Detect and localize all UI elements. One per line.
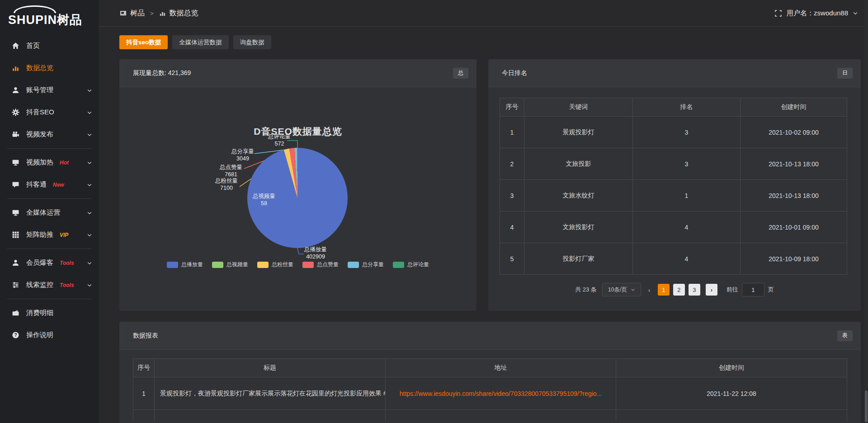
report-time-cell: 2021-11-22 12:08 (616, 377, 847, 410)
ranking-column-header: 排名 (633, 98, 741, 117)
tab-inquiry[interactable]: 询盘数据 (233, 35, 271, 49)
sidebar-item-clue-monitor[interactable]: 线索监控Tools (0, 274, 99, 296)
fullscreen-icon[interactable] (774, 9, 782, 17)
table-row-partial (133, 410, 847, 421)
legend-item-总播放量[interactable]: 总播放量 (167, 261, 203, 268)
table-cell: 景观投影灯 (524, 117, 633, 148)
gear-icon (12, 108, 19, 116)
scrollbar-thumb[interactable] (865, 390, 868, 422)
wallet-icon (12, 309, 19, 317)
breadcrumb-root[interactable]: 树品 (130, 9, 145, 18)
table-row: 5投影灯厂家42021-10-09 18:00 (500, 243, 847, 275)
breadcrumb-separator: > (150, 10, 154, 17)
report-card-title: 数据报表 (133, 332, 158, 340)
sidebar-item-matrix-boost[interactable]: 矩阵助推VIP (0, 224, 99, 246)
sidebar-item-label: 消费明细 (26, 309, 53, 317)
table-cell: 文旅投影灯 (524, 212, 633, 243)
next-page-button[interactable]: › (706, 284, 717, 296)
chevron-down-icon (87, 160, 92, 165)
table-view-button[interactable]: 表 (837, 330, 853, 341)
legend-swatch (167, 262, 178, 268)
table-cell: 投影灯厂家 (524, 243, 633, 275)
sidebar-item-data-overview[interactable]: 数据总览 (0, 57, 99, 79)
pie-label-name: 总视频量 (253, 193, 275, 200)
sidebar-item-consume-detail[interactable]: 消费明细 (0, 302, 99, 324)
sidebar-item-home[interactable]: 首页 (0, 35, 99, 57)
legend-label: 总评论量 (407, 261, 429, 268)
ranking-column-header: 关键词 (524, 98, 633, 117)
pie-label-总播放量: 总播放量402909 (304, 246, 327, 260)
tab-douyin-seo[interactable]: 抖音seo数据 (119, 35, 168, 49)
sidebar-item-badge: VIP (60, 232, 68, 238)
sidebar-divider (7, 198, 91, 199)
legend-item-总粉丝量[interactable]: 总粉丝量 (257, 261, 293, 268)
pie-label-value: 402909 (304, 253, 327, 260)
page-size-select[interactable]: 10条/页 (602, 283, 641, 296)
legend-label: 总分享量 (362, 261, 384, 268)
chevron-down-icon[interactable] (853, 10, 858, 16)
sidebar-item-label: 全媒体运营 (26, 208, 60, 217)
data-tabs: 抖音seo数据全媒体运营数据询盘数据 (119, 35, 271, 49)
pie-label-总视频量: 总视频量58 (253, 193, 275, 207)
legend-item-总分享量[interactable]: 总分享量 (348, 261, 384, 268)
monitor-icon (12, 209, 19, 216)
legend-swatch (257, 262, 269, 268)
report-column-header: 地址 (386, 359, 616, 377)
chat-icon (12, 181, 19, 188)
page-button-3[interactable]: 3 (689, 284, 700, 296)
table-cell: 2021-10-13 18:00 (741, 180, 847, 212)
sidebar-divider (7, 148, 91, 149)
report-column-header: 标题 (155, 359, 386, 377)
sidebar-item-label: 视频发布 (26, 130, 53, 139)
pie-label-value: 572 (268, 140, 291, 147)
sidebar-item-video-heat[interactable]: 视频加热Hot (0, 151, 99, 174)
sidebar-item-video-publish[interactable]: 视频发布 (0, 123, 99, 146)
goto-page-input[interactable] (742, 283, 764, 296)
pie-label-value: 3049 (231, 155, 254, 162)
page-button-1[interactable]: 1 (658, 284, 670, 296)
prev-page-button[interactable]: ‹ (646, 286, 652, 294)
table-cell: 文旅水纹灯 (524, 180, 633, 212)
sidebar-item-omnimedia[interactable]: 全媒体运营 (0, 202, 99, 224)
legend-label: 总播放量 (181, 261, 203, 268)
legend-item-总视频量[interactable]: 总视频量 (212, 261, 248, 268)
bar-chart-icon (159, 10, 166, 17)
sidebar-divider (7, 249, 91, 249)
legend-swatch (393, 262, 404, 268)
day-view-button[interactable]: 日 (837, 68, 853, 79)
table-cell: 3 (633, 117, 741, 148)
legend-label: 总视频量 (226, 261, 248, 268)
pie-chart: D音SEO数据量总览 总播放量402909总视频量58总粉丝量7100总点赞量7… (119, 87, 476, 311)
sidebar-item-label: 视频加热 (26, 158, 53, 167)
pagination: 共 23 条 10条/页 ‹ 123 › 前往 页 (488, 283, 861, 296)
sidebar-item-account-manage[interactable]: 账号管理 (0, 79, 99, 101)
pie-label-name: 总分享量 (231, 148, 254, 155)
main-content: 抖音seo数据全媒体运营数据询盘数据 展现量总数: 421,369 总 D音SE… (99, 27, 868, 423)
chevron-down-icon (631, 287, 635, 292)
sidebar-divider (7, 299, 91, 299)
sliders-icon (12, 281, 19, 289)
sidebar-item-douketong[interactable]: 抖客通New (0, 174, 99, 196)
pie-label-value: 7681 (220, 171, 242, 178)
sidebar-item-douyin-seo[interactable]: 抖音SEO (0, 101, 99, 123)
sidebar: SHUPIN树品 首页数据总览账号管理抖音SEO视频发布视频加热Hot抖客通Ne… (0, 0, 99, 423)
legend-swatch (212, 262, 223, 268)
page-size-value: 10条/页 (608, 286, 627, 294)
total-view-button[interactable]: 总 (453, 68, 468, 79)
report-url-link[interactable]: https://www.iesdouyin.com/share/video/70… (400, 390, 602, 397)
sidebar-item-member-burst[interactable]: 会员爆客Tools (0, 252, 99, 274)
legend-item-总点赞量[interactable]: 总点赞量 (302, 261, 339, 268)
report-url-cell: https://www.iesdouyin.com/share/video/70… (386, 377, 616, 410)
sidebar-item-operation-guide[interactable]: ?操作说明 (0, 324, 99, 346)
sidebar-item-label: 抖音SEO (26, 108, 54, 117)
breadcrumb: 树品 > 数据总览 (120, 9, 198, 18)
sidebar-item-label: 抖客通 (26, 180, 47, 189)
username-label[interactable]: 用户名：zswodun88 (787, 9, 848, 18)
screen-icon (12, 159, 19, 166)
tab-omnimedia[interactable]: 全媒体运营数据 (172, 35, 229, 49)
legend-label: 总点赞量 (317, 261, 339, 268)
legend-item-总评论量[interactable]: 总评论量 (393, 261, 429, 268)
video-icon (12, 131, 19, 138)
page-button-2[interactable]: 2 (673, 284, 685, 296)
page-scrollbar[interactable] (864, 0, 868, 423)
